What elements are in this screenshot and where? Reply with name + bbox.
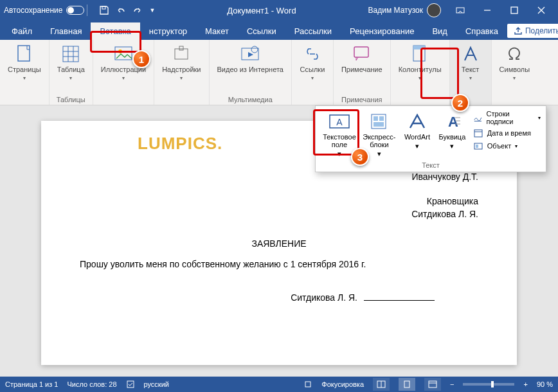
autosave-label: Автосохранение [4,6,62,15]
chevron-down-icon: ▾ [538,115,541,121]
links-button[interactable]: Ссылки ▾ [296,42,329,82]
tab-home[interactable]: Главная [41,22,91,40]
omega-icon [504,44,525,64]
symbols-button[interactable]: Символы ▾ [496,42,534,82]
dropcap-button[interactable]: A Буквица▾ [437,110,468,151]
redo-icon[interactable] [132,5,143,15]
chevron-down-icon: ▾ [180,75,183,81]
tab-file[interactable]: Файл [3,22,41,40]
pages-button[interactable]: Страницы ▾ [4,42,45,82]
chevron-down-icon: ▾ [515,143,518,149]
print-layout-icon[interactable] [399,378,415,391]
svg-rect-3 [511,7,518,13]
page-indicator[interactable]: Страница 1 из 1 [5,380,58,388]
callout-badge-2: 2 [451,94,469,112]
chevron-down-icon: ▾ [69,75,72,81]
tab-layout[interactable]: Макет [196,22,238,40]
textbox-icon: A [328,111,351,132]
save-icon[interactable] [99,5,109,15]
tab-help[interactable]: Справка [456,22,507,40]
doc-body: Прошу уволить меня по собственному желан… [80,259,478,269]
tab-design[interactable]: нструктор [140,22,196,40]
ribbon-options-icon[interactable] [447,1,473,19]
header-icon [410,44,430,64]
table-button[interactable]: Таблица ▾ [53,42,89,82]
chevron-down-icon: ▾ [23,75,26,81]
chevron-down-icon: ▾ [122,75,125,81]
maximize-icon[interactable] [501,1,527,19]
headers-button[interactable]: Колонтитулы ▾ [395,42,446,82]
user-account[interactable]: Вадим Матузок [368,3,441,17]
wordart-label: WordArt [404,133,430,141]
media-group-label: Мультимедиа [228,94,273,103]
undo-icon[interactable] [116,5,126,15]
chevron-down-icon: ▾ [469,75,472,81]
web-layout-icon[interactable] [424,378,441,391]
svg-rect-14 [413,46,425,49]
from-line: Ситдикова Л. Я. [298,208,478,220]
read-mode-icon[interactable] [373,378,390,391]
svg-rect-5 [63,46,78,62]
qat-dropdown-icon[interactable]: ▼ [149,7,155,13]
tab-references[interactable]: Ссылки [238,22,285,40]
chevron-down-icon: ▾ [311,75,314,81]
group-tables: Таблица ▾ Таблицы [50,40,93,105]
language-indicator[interactable]: русский [144,380,169,388]
svg-text:A: A [336,117,343,127]
minimize-icon[interactable] [474,1,500,19]
autosave-toggle[interactable]: Автосохранение [4,6,84,15]
document-title: Документ1 - Word [155,6,368,15]
object-button[interactable]: Объект ▾ [473,141,541,151]
chevron-down-icon: ▾ [419,75,421,81]
quickparts-label: Экспресс-блоки [362,133,397,148]
quick-access-toolbar: ▼ [99,5,155,15]
watermark: LUMPICS. [138,134,222,154]
signature-icon [473,112,483,123]
group-symbols: Символы ▾ [492,40,538,105]
text-icon [460,44,481,64]
close-icon[interactable] [528,1,554,19]
datetime-button[interactable]: Дата и время [473,128,541,138]
wordart-button[interactable]: WordArt▾ [401,110,434,151]
table-label: Таблица [57,66,85,74]
online-video-button[interactable]: Видео из Интернета [213,42,287,75]
separator [87,4,87,16]
media-label: Видео из Интернета [217,66,284,74]
svg-rect-20 [374,122,384,127]
pages-label: Страницы [8,66,41,74]
group-media: Видео из Интернета Мультимедиа [210,40,292,105]
text-side-options: Строки подписи ▾ Дата и время Объект ▾ [473,110,541,151]
symbols-label: Символы [500,66,530,74]
text-button[interactable]: Текст ▾ [454,42,487,82]
chevron-down-icon: ▾ [450,142,454,150]
tab-insert[interactable]: Вставка [91,22,140,40]
group-addins: Надстройки ▾ [154,40,209,105]
tab-review[interactable]: Рецензирование [341,22,423,40]
group-comments: Примечание Примечания [334,40,391,105]
zoom-out-button[interactable]: − [450,380,454,388]
proofing-icon[interactable] [126,380,135,389]
group-headers: Колонтитулы ▾ [391,40,450,105]
zoom-level[interactable]: 90 % [537,380,553,388]
chevron-down-icon: ▾ [377,150,381,157]
zoom-slider[interactable] [463,383,514,386]
chevron-down-icon: ▾ [415,142,419,150]
tab-view[interactable]: Вид [423,22,456,40]
focus-icon[interactable] [303,380,312,389]
quickparts-icon [368,111,391,132]
dropcap-label: Буквица [439,133,466,141]
tab-mailings[interactable]: Рассылки [285,22,341,40]
comment-button[interactable]: Примечание [338,42,386,75]
word-count[interactable]: Число слов: 28 [67,380,116,388]
focus-label[interactable]: Фокусировка [321,380,364,388]
from-line: Крановщика [298,195,478,208]
toggle-icon [66,6,84,15]
headers-label: Колонтитулы [399,66,442,74]
share-button[interactable]: Поделиться [507,24,558,38]
calendar-icon [473,128,483,138]
comments-group-label: Примечания [341,94,382,103]
addins-button[interactable]: Надстройки ▾ [158,42,204,82]
svg-rect-30 [127,381,134,388]
zoom-in-button[interactable]: + [523,380,527,388]
signature-line-button[interactable]: Строки подписи ▾ [473,110,541,125]
